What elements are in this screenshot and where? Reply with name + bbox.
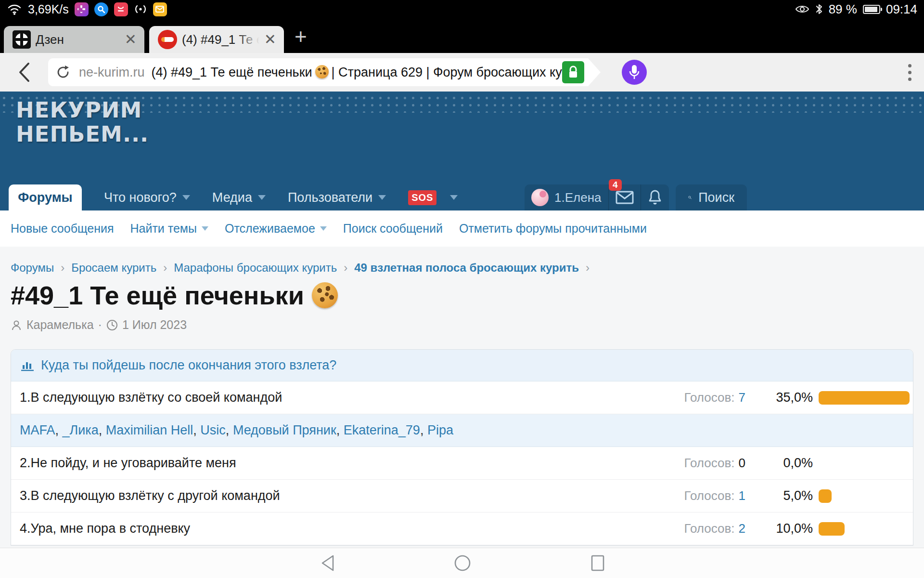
bell-icon [648, 189, 662, 206]
site-banner: НЕКУРИМ НЕПЬЕМ... [0, 92, 924, 184]
breadcrumb-forums[interactable]: Форумы [11, 261, 54, 275]
poll-bar [813, 522, 913, 536]
breadcrumb-separator: › [344, 261, 347, 275]
poll-votes-count[interactable]: 2 [739, 521, 745, 536]
nav-whats-new[interactable]: Что нового? [104, 190, 190, 205]
breadcrumb-quit-smoking[interactable]: Бросаем курить [71, 261, 156, 275]
poll-votes-count: 0 [739, 456, 745, 470]
poll-voter-link[interactable]: Maximilian Hell [106, 423, 193, 437]
browser-toolbar: ne-kurim.ru (4) #49_1 Те ещё печеньки| С… [0, 53, 924, 92]
breadcrumb-marathons[interactable]: Марафоны бросающих курить [174, 261, 337, 275]
chevron-down-icon [320, 226, 327, 231]
poll-votes: Голосов:0 [661, 456, 745, 471]
android-home-button[interactable] [453, 548, 472, 578]
poll-voter-link[interactable]: Usic [200, 423, 226, 437]
android-recents-button[interactable] [590, 548, 605, 578]
subnav-search-posts[interactable]: Поиск сообщений [343, 222, 443, 236]
close-tab-icon[interactable]: ✕ [264, 32, 276, 47]
poll-voter-link[interactable]: Pipa [427, 423, 453, 437]
breadcrumb-separator: › [586, 261, 590, 275]
poll-votes-count[interactable]: 7 [739, 390, 745, 405]
tab-forum-active[interactable]: (4) #49_1 Те ещё ✕ [149, 26, 284, 53]
forum-subnav: Новые сообщения Найти темы Отслеживаемое… [0, 210, 924, 247]
subnav-new-posts[interactable]: Новые сообщения [11, 222, 114, 236]
back-button[interactable] [0, 62, 48, 82]
battery-icon [863, 5, 880, 14]
poll-option-text: 4.Ура, мне пора в стодневку [20, 521, 661, 536]
person-icon [11, 319, 22, 331]
hotspot-icon [134, 3, 147, 15]
subnav-find-threads[interactable]: Найти темы [130, 222, 208, 236]
subnav-watched[interactable]: Отслеживаемое [225, 222, 327, 236]
url-bar[interactable]: ne-kurim.ru (4) #49_1 Те ещё печеньки| С… [48, 58, 588, 86]
search-app-icon [94, 2, 108, 16]
chevron-down-icon [378, 195, 386, 200]
page-content: Форумы › Бросаем курить › Марафоны броса… [0, 247, 924, 578]
eye-comfort-icon [795, 4, 809, 14]
poll-percent: 10,0% [745, 521, 813, 536]
breadcrumb-current-forum[interactable]: 49 взлетная полоса бросающих курить [354, 261, 579, 275]
tab-title: (4) #49_1 Те ещё [182, 32, 259, 47]
breadcrumb: Форумы › Бросаем курить › Марафоны броса… [0, 261, 924, 275]
zen-favicon [13, 30, 31, 49]
poll-option-text: 2.Не пойду, и не уговаривайте меня [20, 456, 661, 471]
url-domain: ne-kurim.ru [79, 65, 145, 80]
puzzle-app-icon [75, 2, 89, 16]
chevron-down-icon [202, 226, 208, 231]
poll-voter-link[interactable]: _Лика [63, 423, 99, 437]
breadcrumb-separator: › [163, 261, 167, 275]
poll-bar [813, 489, 913, 503]
browser-tab-bar: Дзен ✕ (4) #49_1 Те ещё ✕ + [0, 18, 924, 53]
thread-date: 1 Июл 2023 [122, 318, 187, 332]
new-tab-button[interactable]: + [295, 26, 307, 47]
poll-option-row: 1.В следующую взлётку со своей командой … [11, 381, 913, 414]
cookie-emoji [312, 282, 338, 308]
thread-title: #49_1 Те ещё печеньки [11, 280, 924, 310]
user-name: 1.Елена [554, 190, 601, 205]
nav-media[interactable]: Медиа [212, 190, 266, 205]
unread-badge: 4 [609, 179, 622, 191]
site-logo-line2[interactable]: НЕПЬЕМ... [16, 122, 924, 146]
avatar[interactable] [531, 189, 549, 206]
page-title-url: (4) #49_1 Те ещё печеньки| Страница 629 … [152, 65, 562, 80]
envelope-icon [616, 191, 634, 204]
secure-lock-icon[interactable] [562, 61, 584, 83]
poll-voters-list[interactable]: MAFA, _Лика, Maximilian Hell, Usic, Медо… [11, 414, 913, 447]
site-logo-line1[interactable]: НЕКУРИМ [16, 98, 924, 122]
android-navigation-bar [0, 548, 924, 578]
poll-question: Куда ты пойдешь после окончания этого вз… [41, 358, 336, 373]
main-navigation: Форумы Что нового? Медиа Пользователи SO… [0, 184, 924, 210]
poll-votes: Голосов:2 [661, 521, 745, 536]
poll-votes-count[interactable]: 1 [739, 488, 745, 503]
status-bar: 3,69K/s 89 % 09:14 [0, 0, 924, 18]
user-account-panel[interactable]: 1.Елена 4 [525, 184, 669, 210]
subnav-mark-read[interactable]: Отметить форумы прочитанными [459, 222, 647, 236]
android-back-button[interactable] [320, 548, 336, 578]
nav-tab-forums[interactable]: Форумы [9, 184, 82, 210]
poll-votes: Голосов:1 [661, 488, 745, 503]
browser-menu-icon[interactable] [908, 64, 911, 81]
thread-author[interactable]: Карамелька [26, 318, 94, 332]
poll-voter-link[interactable]: Медовый Пряник [233, 423, 336, 437]
poll-voter-link[interactable]: Ekaterina_79 [344, 423, 420, 437]
close-tab-icon[interactable]: ✕ [125, 32, 137, 47]
breadcrumb-separator: › [61, 261, 64, 275]
reload-icon[interactable] [55, 64, 71, 80]
voice-search-button[interactable] [622, 60, 647, 85]
inbox-button[interactable]: 4 [608, 184, 641, 210]
chevron-down-icon [258, 195, 266, 200]
nav-users[interactable]: Пользователи [288, 190, 386, 205]
mail-app-icon [153, 2, 167, 16]
poll-question-header: Куда ты пойдешь после окончания этого вз… [11, 350, 913, 381]
thread-meta: Карамелька · 1 Июл 2023 [11, 318, 924, 332]
alerts-button[interactable] [641, 184, 669, 210]
poll-percent: 35,0% [745, 390, 813, 405]
search-button[interactable]: Поиск [676, 184, 747, 210]
user-menu[interactable]: 1.Елена [525, 184, 608, 210]
appgallery-icon [114, 2, 128, 16]
poll-option-row: 3.В следующую взлётку с другой командой … [11, 480, 913, 512]
poll-voter-link[interactable]: MAFA [20, 423, 55, 437]
nav-sos[interactable]: SOS [408, 190, 458, 205]
tab-zen[interactable]: Дзен ✕ [4, 26, 144, 53]
sos-badge: SOS [408, 190, 436, 205]
